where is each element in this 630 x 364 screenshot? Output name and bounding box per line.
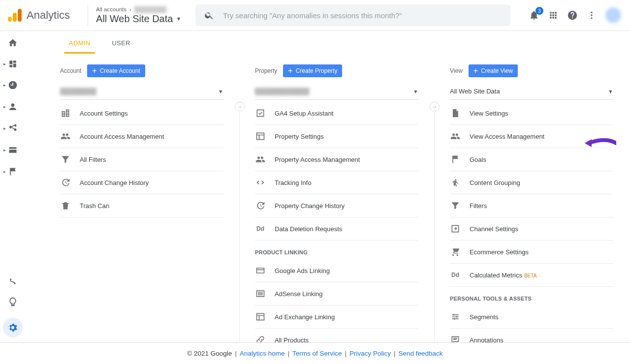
search-input[interactable] (223, 11, 502, 20)
property-settings-link[interactable]: Property Settings (255, 125, 418, 148)
people-icon (255, 154, 266, 164)
trash-icon (60, 201, 71, 211)
goals-link[interactable]: Goals (450, 148, 613, 171)
account-column-label: Account (60, 67, 81, 74)
nav-attribution[interactable] (4, 276, 22, 286)
history-icon (255, 201, 266, 211)
nav-reports[interactable]: ▸ (4, 60, 22, 68)
dashboard-icon (8, 60, 17, 68)
people-icon (450, 131, 461, 141)
nav-discover[interactable] (4, 297, 22, 307)
view-access-link[interactable]: View Access Management (450, 125, 613, 148)
adsense-linking-link[interactable]: AdSense Linking (255, 282, 418, 305)
help-icon[interactable] (567, 10, 578, 21)
path-icon (8, 276, 18, 286)
import-icon (450, 224, 461, 234)
plus-icon: + (473, 67, 478, 75)
notifications-badge: 3 (536, 7, 543, 15)
svg-point-2 (591, 17, 592, 19)
nav-home[interactable] (4, 38, 22, 48)
view-settings-link[interactable]: View Settings (450, 102, 613, 125)
product-linking-header: PRODUCT LINKING (255, 249, 418, 255)
layout-icon (255, 312, 266, 322)
building-icon (60, 108, 71, 118)
footer-terms-link[interactable]: Terms of Service (292, 350, 342, 357)
footer-feedback-link[interactable]: Send feedback (399, 350, 443, 357)
view-selector-value: All Web Site Data (450, 88, 500, 95)
account-access-link[interactable]: Account Access Management (60, 125, 223, 148)
content-grouping-link[interactable]: Content Grouping (450, 171, 613, 194)
cart-icon (450, 247, 461, 257)
nav-audience[interactable]: ▸ (4, 102, 22, 112)
tracking-info-link[interactable]: Tracking Info (255, 171, 418, 194)
divider (88, 5, 88, 26)
plus-icon: + (92, 67, 96, 75)
account-picker[interactable]: All accounts › ████████ All Web Site Dat… (96, 6, 189, 25)
account-selector-value: ████████ (60, 88, 96, 95)
browser-icon (8, 145, 18, 155)
annotations-link[interactable]: Annotations (450, 329, 613, 342)
plus-icon: + (288, 67, 292, 75)
nav-behavior[interactable]: ▸ (4, 145, 22, 155)
ecommerce-settings-link[interactable]: Ecommerce Settings (450, 241, 613, 264)
layout-icon (255, 131, 266, 141)
segments-link[interactable]: Segments (450, 305, 613, 329)
notifications-button[interactable]: 3 (529, 10, 539, 21)
person-icon (8, 102, 18, 112)
account-settings-link[interactable]: Account Settings (60, 102, 223, 125)
search-icon (204, 10, 214, 20)
all-filters-link[interactable]: All Filters (60, 148, 223, 171)
lines-icon (255, 289, 266, 299)
caret-down-icon: ▼ (218, 89, 223, 94)
all-products-link[interactable]: All Products (255, 329, 418, 342)
caret-down-icon: ▼ (413, 89, 418, 94)
footer-analytics-home-link[interactable]: Analytics home (240, 350, 285, 357)
left-nav-rail: ▸ ▸ ▸ ▸ ▸ ▸ (0, 31, 26, 364)
tab-admin[interactable]: ADMIN (69, 39, 90, 47)
google-ads-linking-link[interactable]: Google Ads Linking (255, 259, 418, 282)
history-icon (60, 178, 71, 187)
footer-copyright: © 2021 Google (187, 350, 232, 357)
analytics-logo-icon (8, 9, 22, 22)
data-deletion-link[interactable]: Dd Data Deletion Requests (255, 217, 418, 241)
ad-exchange-linking-link[interactable]: Ad Exchange Linking (255, 305, 418, 329)
nav-acquisition[interactable]: ▸ (4, 123, 22, 133)
product-logo[interactable]: Analytics (6, 9, 80, 22)
svg-point-1 (591, 14, 592, 16)
view-filters-link[interactable]: Filters (450, 194, 613, 217)
ga4-assistant-link[interactable]: GA4 Setup Assistant (255, 102, 418, 125)
view-selector[interactable]: All Web Site Data ▼ (450, 83, 613, 100)
account-history-link[interactable]: Account Change History (60, 171, 223, 194)
calculated-metrics-link[interactable]: Dd Calculated MetricsBETA (450, 264, 613, 287)
create-account-button[interactable]: + Create Account (87, 64, 145, 77)
view-column: View + Create View All Web Site Data ▼ V… (434, 64, 629, 342)
beta-badge: BETA (524, 273, 536, 278)
gear-icon (7, 322, 18, 333)
property-column-label: Property (255, 67, 277, 74)
account-column: Account + Create Account ████████ ▼ → Ac… (44, 64, 239, 342)
tab-user[interactable]: USER (112, 39, 130, 47)
property-history-link[interactable]: Property Change History (255, 194, 418, 217)
nav-realtime[interactable]: ▸ (4, 80, 22, 90)
search-box[interactable] (195, 4, 510, 26)
clock-icon (8, 80, 18, 90)
apps-grid-icon[interactable] (548, 10, 558, 20)
nav-conversions[interactable]: ▸ (4, 167, 22, 177)
create-property-button[interactable]: + Create Property (283, 64, 342, 77)
account-selector[interactable]: ████████ ▼ (60, 83, 223, 100)
sliders-icon (450, 312, 461, 322)
trash-can-link[interactable]: Trash Can (60, 194, 223, 217)
people-icon (60, 131, 71, 141)
file-icon (450, 108, 461, 118)
more-vert-icon[interactable] (587, 10, 597, 20)
account-avatar[interactable] (605, 7, 621, 23)
channel-settings-link[interactable]: Channel Settings (450, 217, 613, 241)
property-access-link[interactable]: Property Access Management (255, 148, 418, 171)
nav-admin[interactable] (3, 318, 23, 337)
create-view-button[interactable]: + Create View (469, 64, 518, 77)
top-bar: Analytics All accounts › ████████ All We… (0, 0, 630, 31)
footer-privacy-link[interactable]: Privacy Policy (349, 350, 391, 357)
property-selector[interactable]: ████████████ ▼ (255, 83, 418, 100)
link-icon (255, 335, 266, 342)
lightbulb-icon (8, 297, 18, 307)
